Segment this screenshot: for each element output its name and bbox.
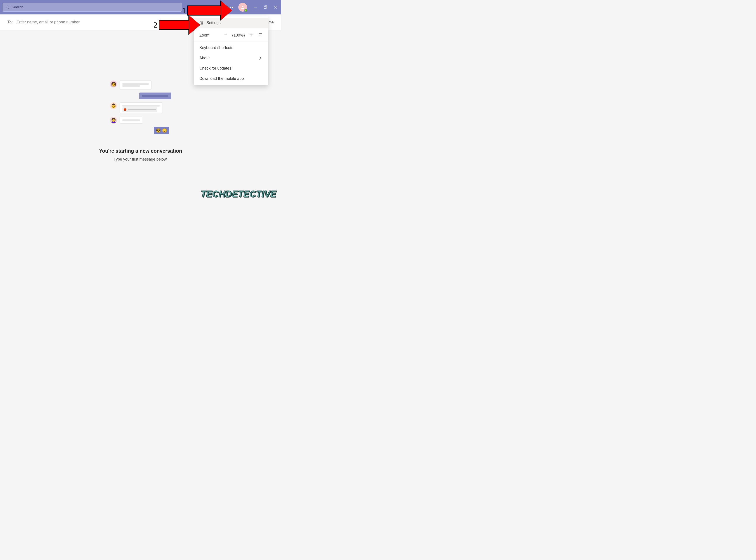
illustration-attachment: [122, 107, 158, 112]
zoom-label: Zoom: [200, 33, 209, 38]
chevron-right-icon: [258, 56, 262, 60]
menu-item-about-label: About: [200, 56, 210, 60]
watermark: TECHDETECTIVE: [201, 189, 276, 199]
fullscreen-button[interactable]: [258, 33, 262, 38]
menu-separator: [194, 29, 268, 29]
profile-avatar[interactable]: [238, 3, 247, 12]
titlebar-right: •••: [228, 0, 281, 15]
svg-line-1: [8, 8, 9, 9]
svg-rect-11: [259, 34, 262, 36]
search-box[interactable]: [3, 3, 182, 12]
menu-item-zoom: Zoom (100%): [194, 30, 268, 41]
minimize-button[interactable]: [254, 5, 257, 9]
annotation-number-2: 2: [153, 20, 158, 29]
to-label: To:: [7, 20, 13, 24]
illustration-avatar-1: 👩: [110, 80, 117, 87]
illustration-avatar-3: 👩‍🦱: [110, 117, 117, 124]
illustration-avatar-2: 👨: [110, 102, 117, 109]
conversation-illustration: 👩 👨 👩‍🦱 😎 😊: [110, 80, 171, 131]
search-input[interactable]: [12, 5, 179, 9]
zoom-in-button[interactable]: [249, 33, 253, 38]
illustration-reaction: 😎 😊: [154, 127, 169, 134]
zoom-value: (100%): [232, 33, 245, 38]
menu-item-settings-label: Settings: [206, 21, 220, 25]
menu-item-keyboard-shortcuts[interactable]: Keyboard shortcuts: [194, 43, 268, 53]
menu-item-keyboard-label: Keyboard shortcuts: [200, 45, 233, 50]
close-button[interactable]: [274, 5, 277, 9]
window-controls: [254, 5, 277, 9]
annotation-arrow-2: 2: [153, 16, 200, 34]
svg-rect-4: [264, 6, 266, 8]
presence-available-icon: [244, 9, 248, 12]
search-icon: [5, 5, 9, 9]
empty-state-subtext: Type your first message below.: [0, 157, 281, 162]
to-input[interactable]: [17, 20, 148, 24]
smile-emoji-icon: 😊: [162, 128, 167, 133]
svg-point-0: [6, 6, 8, 8]
person-icon: [240, 5, 245, 9]
menu-item-updates-label: Check for updates: [200, 66, 231, 71]
illustration-bubble-2: [139, 93, 171, 99]
menu-item-about[interactable]: About: [194, 53, 268, 63]
illustration-bubble-4: [120, 117, 143, 124]
titlebar: •••: [0, 0, 281, 15]
zoom-out-button[interactable]: [224, 33, 228, 38]
menu-item-mobile-label: Download the mobile app: [200, 76, 244, 81]
menu-item-download-mobile[interactable]: Download the mobile app: [194, 74, 268, 84]
sunglasses-emoji-icon: 😎: [156, 128, 161, 133]
more-options-menu: Settings Zoom (100%) Keyboard shortcuts …: [194, 16, 268, 85]
menu-item-check-updates[interactable]: Check for updates: [194, 63, 268, 74]
svg-point-2: [242, 6, 244, 7]
annotation-number-1: 1: [182, 6, 186, 15]
svg-point-7: [201, 22, 202, 23]
maximize-button[interactable]: [264, 5, 267, 9]
illustration-bubble-1: [120, 80, 151, 89]
illustration-bubble-3: [120, 102, 163, 114]
empty-state-heading: You're starting a new conversation: [0, 148, 281, 154]
